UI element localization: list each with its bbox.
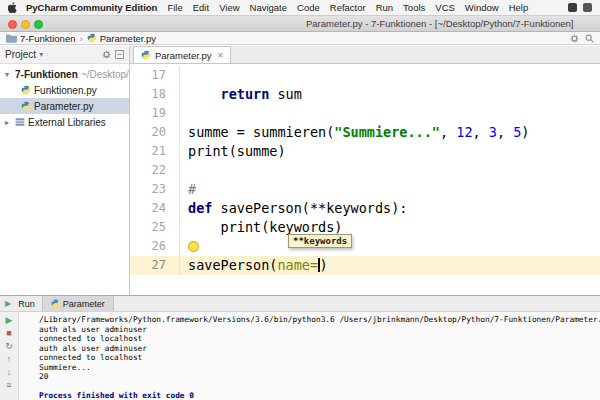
tree-item-funktionen-py[interactable]: Funktionen.py (0, 82, 129, 98)
rerun-icon[interactable]: ▶ (6, 315, 13, 325)
line-number[interactable]: 23 (130, 180, 180, 199)
code-editor[interactable]: 1718 return sum1920summe = summieren("Su… (130, 64, 600, 295)
breadcrumb-file[interactable]: Parameter.py (87, 33, 157, 44)
run-tab-parameter[interactable]: Parameter (42, 296, 114, 311)
breadcrumb-file-label: Parameter.py (100, 33, 157, 44)
code-line-26[interactable]: 26 (130, 237, 600, 256)
restart-icon[interactable]: ↻ (5, 341, 13, 351)
window-title: Parameter.py - 7-Funktionen - [~/Desktop… (306, 18, 573, 29)
menu-item-window[interactable]: Window (465, 2, 499, 13)
project-panel-actions (102, 50, 124, 59)
console-line: connected to localhost (39, 353, 600, 363)
code-text: print(summe) (180, 142, 286, 161)
menu-item-run[interactable]: Run (376, 2, 393, 13)
menu-item-vcs[interactable]: VCS (435, 2, 455, 13)
tree-item-external-libraries[interactable]: ▸ External Libraries (0, 114, 129, 130)
disclosure-closed-icon[interactable]: ▸ (5, 118, 12, 127)
tree-item-label: Funktionen.py (34, 85, 97, 96)
menu-item-file[interactable]: File (167, 2, 182, 13)
menu-item-code[interactable]: Code (297, 2, 320, 13)
project-root-path: ~/Desktop/P (81, 69, 129, 80)
libraries-icon (15, 117, 25, 127)
menu-status-icon-1[interactable] (568, 3, 577, 12)
folder-icon (6, 34, 17, 43)
disclosure-open-icon[interactable]: ▾ (5, 70, 9, 79)
menu-items: FileEditViewNavigateCodeRefactorRunTools… (167, 2, 538, 13)
tree-item-label: External Libraries (28, 117, 106, 128)
code-text (180, 161, 188, 180)
line-number[interactable]: 19 (130, 104, 180, 123)
code-text: # (180, 180, 196, 199)
close-tab-icon[interactable]: × (218, 50, 224, 61)
menu-status-icon-2[interactable] (583, 3, 592, 12)
menu-item-view[interactable]: View (219, 2, 239, 13)
breadcrumb-project-label: 7-Funktionen (20, 33, 75, 44)
close-window-button[interactable] (8, 20, 17, 29)
line-number[interactable]: 27 (130, 256, 180, 275)
tree-item-parameter-py[interactable]: Parameter.py (0, 98, 129, 114)
code-line-25[interactable]: 25 print(keywords) (130, 218, 600, 237)
apple-menu-icon[interactable] (8, 2, 17, 13)
code-line-24[interactable]: 24def savePerson(**keywords): (130, 199, 600, 218)
chevron-down-icon: ▾ (39, 50, 46, 59)
menu-item-tools[interactable]: Tools (403, 2, 425, 13)
code-line-23[interactable]: 23# (130, 180, 600, 199)
editor-tab-parameter-py[interactable]: Parameter.py × (133, 46, 231, 63)
code-line-19[interactable]: 19 (130, 104, 600, 123)
console-line (39, 382, 600, 392)
project-panel-header[interactable]: Project ▾ (0, 46, 129, 64)
console-line: connected to localhost (39, 334, 600, 344)
console-line: Summiere... (39, 363, 600, 373)
stop-icon[interactable]: ■ (6, 328, 11, 338)
code-lines: 1718 return sum1920summe = summieren("Su… (130, 64, 600, 275)
main-area: Project ▾ ▾ 7-Funktionen ~/Desktop/P Fun… (0, 46, 600, 295)
nav-toolbar (570, 34, 594, 43)
python-file-icon (51, 299, 60, 308)
run-tool-window-label[interactable]: Run (18, 299, 35, 309)
code-line-20[interactable]: 20summe = summieren("Summiere...", 12, 3… (130, 123, 600, 142)
minimize-window-button[interactable] (21, 20, 30, 29)
line-number[interactable]: 24 (130, 199, 180, 218)
editor-tab-bar: Parameter.py × (130, 46, 600, 64)
code-text (180, 237, 199, 256)
menu-item-edit[interactable]: Edit (193, 2, 209, 13)
code-line-17[interactable]: 17 (130, 66, 600, 85)
code-text: summe = summieren("Summiere...", 12, 3, … (180, 123, 529, 142)
menu-item-refactor[interactable]: Refactor (330, 2, 366, 13)
up-stack-icon[interactable]: ↑ (7, 354, 12, 364)
editor-area: Parameter.py × 1718 return sum1920summe … (130, 46, 600, 295)
line-number[interactable]: 22 (130, 161, 180, 180)
code-line-18[interactable]: 18 return sum (130, 85, 600, 104)
line-number[interactable]: 21 (130, 142, 180, 161)
code-line-21[interactable]: 21print(summe) (130, 142, 600, 161)
breadcrumb-project[interactable]: 7-Funktionen (6, 33, 75, 44)
console-settings-icon[interactable]: ≡ (6, 380, 11, 390)
settings-gear-icon[interactable] (570, 34, 579, 43)
line-number[interactable]: 20 (130, 123, 180, 142)
code-text: return sum (180, 85, 302, 104)
tree-root-7-funktionen[interactable]: ▾ 7-Funktionen ~/Desktop/P (0, 66, 129, 82)
line-number[interactable]: 17 (130, 66, 180, 85)
run-console[interactable]: /Library/Frameworks/Python.framework/Ver… (19, 312, 600, 400)
app-name-menu[interactable]: PyCharm Community Edition (26, 2, 157, 13)
menu-item-help[interactable]: Help (509, 2, 529, 13)
code-line-22[interactable]: 22 (130, 161, 600, 180)
run-tab-bar: ▶ Run Parameter (0, 296, 600, 312)
menu-item-navigate[interactable]: Navigate (250, 2, 288, 13)
down-stack-icon[interactable]: ↓ (7, 367, 12, 377)
console-line: 20 (39, 372, 600, 382)
window-title-bar: Parameter.py - 7-Funktionen - [~/Desktop… (0, 16, 600, 32)
code-text: savePerson(name=) (180, 256, 328, 275)
hide-panel-icon[interactable] (115, 50, 124, 59)
code-line-27[interactable]: 27savePerson(name=) (130, 256, 600, 275)
navigation-bar: 7-Funktionen › Parameter.py (0, 32, 600, 45)
panel-settings-gear-icon[interactable] (102, 50, 111, 59)
project-panel-title: Project (5, 49, 36, 60)
zoom-window-button[interactable] (34, 20, 43, 29)
line-number[interactable]: 25 (130, 218, 180, 237)
search-icon[interactable] (585, 34, 594, 43)
intention-bulb-icon[interactable] (188, 241, 199, 252)
chevron-right-icon: › (79, 33, 82, 44)
line-number[interactable]: 18 (130, 85, 180, 104)
line-number[interactable]: 26 (130, 237, 180, 256)
